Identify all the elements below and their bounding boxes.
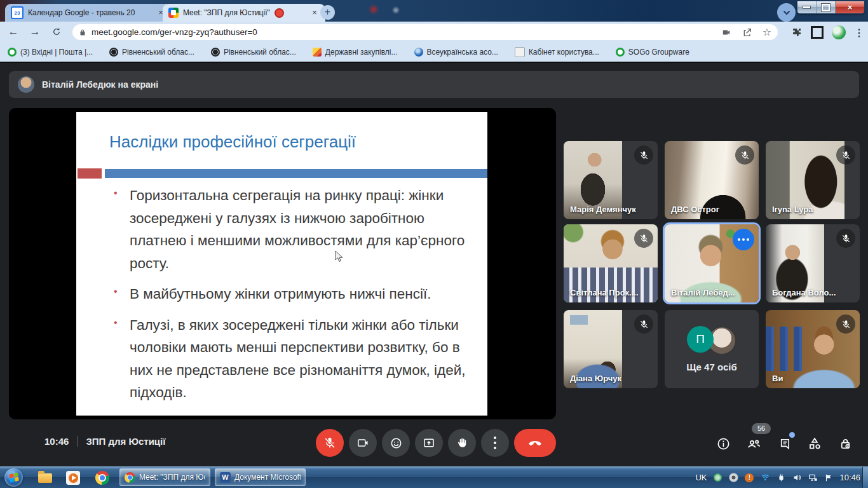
participant-tile[interactable]: Марія Демянчук [564,141,658,219]
bookmark-item[interactable]: Всеукраїнська асо... [414,48,498,57]
slide-bullet-list: Горизонтальна сегрегація на ринку праці:… [130,184,477,412]
taskbar-window-meet[interactable]: Meet: "ЗПП для Юст..." [119,468,210,486]
tray-clock[interactable]: 10:46 [839,473,860,482]
participant-tile[interactable]: Богдана Воло... [766,224,860,302]
camera-toggle-button[interactable] [349,429,377,457]
participant-tile[interactable]: Іryna Lypa [766,141,860,219]
participant-name: Ви [772,374,783,383]
start-button[interactable] [4,468,23,487]
alert-tray-icon[interactable]: ! [744,473,754,483]
folder-icon [38,473,52,483]
extensions-puzzle-icon[interactable] [791,27,803,38]
participant-name: Іryna Lypa [772,205,813,214]
forward-button[interactable]: → [27,24,43,40]
lock-icon [79,28,86,37]
participant-tile-active-speaker[interactable]: Віталій Лебед... [663,222,761,304]
presentation-stage[interactable]: Наслідки професійної сегрегації Горизонт… [9,108,556,419]
slide-bullet: Горизонтальна сегрегація на ринку праці:… [130,184,477,274]
bookmarks-bar: (3) Вхідні | Пошта |... Рівненський обла… [0,42,868,63]
reload-button[interactable] [48,24,65,40]
bookmark-item[interactable]: Рівненський облас... [211,48,296,57]
slide-bullet: В майбутньому жінки отримують нижчі пенс… [130,283,477,306]
camera-allowed-icon[interactable] [721,28,732,37]
toolbar-right-cluster: ⋮ [791,24,864,41]
address-bar[interactable]: meet.google.com/ger-vnzg-zyq?authuser=0 … [72,24,778,40]
google-meet-favicon [168,8,179,18]
meeting-details-button[interactable] [708,433,738,454]
participant-name: Віталій Лебед... [671,288,735,297]
tab-meet[interactable]: Meet: "ЗПП для Юстиції" × [163,4,325,22]
slide-accent-bar-red [78,168,102,179]
webcam-tray-icon[interactable] [728,473,738,483]
presenting-banner: Віталій Лебедюк на екрані [9,71,859,98]
participant-name: Діана Юрчук [570,374,621,383]
chrome-icon [95,471,109,485]
chat-button[interactable] [769,433,799,454]
tab-title: Meet: "ЗПП для Юстиції" [183,8,270,17]
network-tray-icon[interactable] [808,473,818,483]
leave-call-button[interactable] [514,429,556,457]
wireless-tray-icon[interactable] [760,473,770,483]
maximize-button[interactable] [817,1,836,13]
file-explorer-button[interactable] [37,470,53,486]
close-window-button[interactable]: × [836,1,864,13]
bookmark-item[interactable]: (3) Вхідні | Пошта |... [8,48,93,57]
windows-taskbar: Meet: "ЗПП для Юст..." W Документ Micros… [0,466,868,488]
prozorro-icon [313,48,322,57]
media-player-button[interactable] [65,470,81,486]
host-controls-button[interactable] [830,433,860,454]
side-panel-icon[interactable] [811,26,824,39]
mic-toggle-button-muted[interactable] [316,429,344,457]
power-plug-tray-icon[interactable] [776,473,786,483]
participant-tile[interactable]: Діана Юрчук [564,310,658,388]
blue-globe-icon [414,48,423,57]
browser-toolbar: ← → meet.google.com/ger-vnzg-zyq?authuse… [0,22,868,43]
participant-tile[interactable]: ДВС Острог [665,141,759,219]
participant-tile[interactable]: Світлана Прок.... [564,224,658,302]
volume-tray-icon[interactable] [792,473,802,483]
show-everyone-button[interactable] [738,433,769,454]
taskbar-window-word[interactable]: W Документ Microsoft ... [215,468,306,486]
minimize-button[interactable] [797,1,817,13]
language-indicator[interactable]: UK [695,473,707,482]
chrome-launcher-button[interactable] [94,470,111,486]
bookmark-item[interactable]: Рівненський облас... [109,48,194,57]
new-tab-button[interactable]: + [320,5,335,20]
tab-close-icon[interactable]: × [309,8,320,18]
profile-avatar[interactable] [832,25,846,39]
meeting-panels: 56 [708,433,860,454]
browser-menu-kebab-icon[interactable]: ⋮ [854,27,864,39]
present-screen-button[interactable] [415,429,443,457]
chat-notification-dot [789,432,795,438]
globe-icon [211,48,220,57]
activities-button[interactable] [799,433,830,454]
self-view-tile[interactable]: Ви [766,310,860,388]
browser-tab-strip: 23 Календар Google - травень 202 × Meet:… [0,0,868,22]
bookmark-item[interactable]: Державні закупівлі... [313,48,398,57]
participant-name: Марія Демянчук [570,205,636,214]
tab-search-chevron-icon[interactable] [777,3,796,22]
overflow-participants-tile[interactable]: П Ще 47 осіб [665,310,759,388]
raise-hand-button[interactable] [448,429,476,457]
mic-muted-icon [836,146,855,165]
bookmark-item[interactable]: Кабінет користува... [515,47,599,57]
app-tray-icon[interactable] [712,473,722,483]
window-controls: × [797,1,865,14]
show-desktop-button[interactable] [862,467,868,488]
share-icon[interactable] [742,27,752,37]
meeting-time: 10:46 [44,436,69,447]
more-options-kebab-button[interactable] [481,429,509,457]
media-player-icon [66,471,80,485]
tab-calendar[interactable]: 23 Календар Google - травень 202 × [5,4,172,22]
meeting-title: ЗПП для Юстиції [86,436,165,447]
sogo-icon [616,48,625,57]
bookmark-item[interactable]: SOGo Groupware [616,48,689,57]
action-center-flag-icon[interactable] [824,473,834,483]
mic-muted-icon [735,146,754,165]
reactions-button[interactable] [382,429,410,457]
bookmark-star-icon[interactable]: ☆ [763,26,771,38]
tile-options-kebab-button[interactable] [733,229,754,250]
back-button[interactable]: ← [5,24,22,40]
participant-count-badge: 56 [752,423,771,434]
slide-accent-bar-blue [105,169,487,178]
